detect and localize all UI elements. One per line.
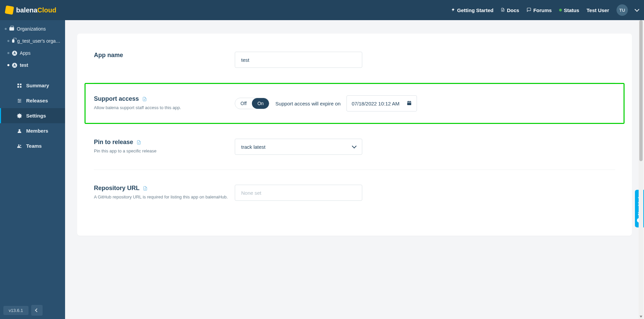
svg-rect-3	[20, 84, 21, 85]
highlighted-region: Support access Allow balena support staf…	[85, 83, 625, 124]
app-badge-icon: A	[12, 63, 17, 68]
chevron-down-icon	[635, 7, 639, 12]
briefcase-icon	[12, 39, 14, 43]
repo-url-input[interactable]	[235, 185, 362, 201]
svg-point-9	[18, 99, 19, 100]
breadcrumb-current-app[interactable]: A test	[0, 59, 65, 71]
breadcrumb-org-item[interactable]: g_test_user's orga…	[0, 35, 65, 47]
scrollbar-thumb[interactable]	[639, 20, 643, 161]
svg-rect-2	[17, 84, 19, 85]
setting-title: App name	[94, 52, 235, 59]
breadcrumb-apps[interactable]: A Apps	[0, 47, 65, 59]
document-icon	[501, 7, 505, 13]
collapse-sidebar-button[interactable]	[31, 305, 43, 316]
toggle-off[interactable]: Off	[235, 98, 252, 109]
setting-title: Support access	[94, 95, 139, 102]
svg-rect-4	[17, 86, 19, 88]
sidebar-item-label: Teams	[26, 143, 42, 149]
tree-dot-icon	[7, 40, 9, 42]
sidebar-item-label: Summary	[26, 83, 49, 88]
version-chip: v13.6.1	[3, 306, 29, 315]
setting-desc: A GitHub repository URL is required for …	[94, 194, 235, 199]
setting-app-name: App name	[94, 42, 615, 83]
top-bar: balena Cloud Getting Started Docs	[0, 0, 644, 20]
logo-cube-icon	[5, 5, 14, 15]
doc-link-icon[interactable]	[142, 97, 147, 101]
sidebar-item-members[interactable]: Members	[0, 123, 65, 138]
expire-date-input[interactable]: 07/18/2022 10:12 AM	[346, 95, 417, 111]
tree-dot-icon	[5, 28, 7, 30]
tree-dot-icon	[7, 64, 9, 66]
top-nav: Getting Started Docs Forums Status Test …	[451, 4, 639, 16]
app-badge-icon: A	[12, 51, 17, 56]
sidebar-item-releases[interactable]: Releases	[0, 93, 65, 108]
scroll-down-arrow-icon[interactable]	[640, 316, 642, 318]
avatar[interactable]: TU	[616, 4, 628, 16]
nav-status[interactable]: Status	[559, 7, 579, 13]
brand-name-right: Cloud	[37, 6, 56, 14]
setting-desc: Pin this app to a specific release	[94, 148, 235, 153]
sidebar-item-label: Members	[26, 128, 48, 134]
chevron-left-icon	[35, 308, 39, 312]
calendar-icon	[407, 100, 412, 107]
chat-icon	[527, 7, 531, 13]
user-menu-chevron[interactable]	[635, 9, 639, 11]
sidebar-item-label: Releases	[26, 98, 48, 103]
nav-forums[interactable]: Forums	[527, 7, 552, 13]
vertical-scrollbar[interactable]	[639, 20, 643, 319]
svg-rect-18	[407, 101, 411, 105]
sidebar-item-teams[interactable]: Teams	[0, 138, 65, 153]
sidebar-item-settings[interactable]: Settings	[0, 108, 65, 123]
app-name-input[interactable]	[235, 52, 362, 68]
nav-docs[interactable]: Docs	[501, 7, 519, 13]
doc-link-icon[interactable]	[143, 186, 148, 191]
main-content: App name Support access	[65, 20, 644, 319]
svg-point-14	[18, 144, 19, 146]
svg-point-13	[18, 129, 20, 131]
svg-rect-5	[20, 86, 21, 88]
expire-label: Support access will expire on	[275, 101, 340, 106]
setting-desc: Allow balena support staff access to thi…	[94, 105, 235, 110]
svg-point-10	[19, 100, 20, 101]
support-access-toggle[interactable]: Off On	[235, 98, 269, 109]
brand-name-left: balena	[16, 6, 37, 14]
tree-dot-icon	[7, 52, 9, 54]
releases-icon	[17, 98, 22, 103]
sidebar-item-summary[interactable]: Summary	[0, 78, 65, 93]
lightning-icon	[451, 7, 455, 13]
doc-link-icon[interactable]	[137, 140, 141, 145]
svg-point-11	[18, 101, 19, 102]
setting-pin-release: Pin to release Pin this app to a specifi…	[94, 124, 615, 170]
person-icon	[17, 128, 22, 134]
svg-point-15	[20, 145, 21, 146]
breadcrumb-organizations[interactable]: Organizations	[0, 23, 65, 35]
dashboard-icon	[17, 83, 22, 88]
pin-release-select[interactable]: track latest	[235, 139, 362, 155]
sidebar: Organizations g_test_user's orga… A Apps…	[0, 20, 65, 319]
status-dot-icon	[559, 9, 562, 11]
setting-title: Pin to release	[94, 139, 133, 146]
setting-repo-url: Repository URL A GitHub repository URL i…	[94, 170, 615, 216]
people-icon	[17, 143, 22, 149]
brand-logo[interactable]: balena Cloud	[5, 6, 56, 14]
setting-support-access: Support access Allow balena support staf…	[94, 84, 615, 123]
toggle-on[interactable]: On	[252, 98, 269, 109]
nav-user-name[interactable]: Test User	[587, 7, 609, 13]
sidebar-item-label: Settings	[26, 113, 46, 119]
nav-getting-started[interactable]: Getting Started	[451, 7, 493, 13]
setting-title: Repository URL	[94, 185, 140, 192]
briefcase-icon	[9, 27, 14, 31]
gear-icon	[17, 113, 22, 119]
chevron-down-icon	[352, 144, 357, 148]
